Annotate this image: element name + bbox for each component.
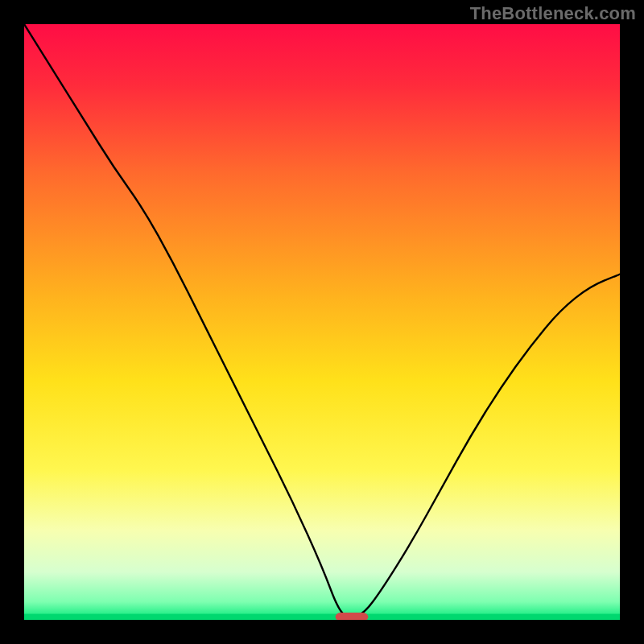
optimal-point-marker bbox=[336, 613, 369, 620]
bottleneck-chart bbox=[24, 24, 620, 620]
chart-frame: TheBottleneck.com bbox=[0, 0, 644, 644]
watermark-text: TheBottleneck.com bbox=[470, 3, 636, 24]
gradient-background bbox=[24, 24, 620, 620]
green-baseline-band bbox=[24, 614, 620, 620]
